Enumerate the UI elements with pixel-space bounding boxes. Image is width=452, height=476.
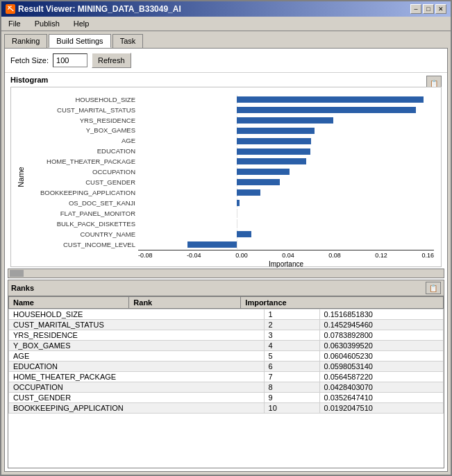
title-bar-left: ⛏ Result Viewer: MINING_DATA_B33049_AI: [6, 4, 181, 14]
bar-label-10: OS_DOC_SET_KANJI: [31, 200, 135, 207]
ranks-importance-1: 0.1452945460: [319, 320, 443, 330]
bar-row-2: [138, 116, 434, 125]
bar-label-4: AGE: [31, 137, 135, 144]
bar-row-3: [138, 126, 434, 135]
table-row: HOUSEHOLD_SIZE10.1516851830: [9, 309, 444, 320]
bar-row-0: [138, 95, 434, 104]
bar-row-4: [138, 137, 434, 146]
bar-row-5: [138, 147, 434, 156]
ranks-data-table: HOUSEHOLD_SIZE10.1516851830CUST_MARITAL_…: [8, 309, 444, 414]
bar-6: [237, 158, 306, 164]
bar-row-7: [138, 167, 434, 176]
menu-bar: File Publish Help: [1, 17, 451, 31]
window-title: Result Viewer: MINING_DATA_B33049_AI: [18, 4, 181, 14]
table-row: OCCUPATION80.0428403070: [9, 382, 444, 393]
bar-label-3: Y_BOX_GAMES: [31, 127, 135, 134]
ranks-name-4: AGE: [9, 351, 265, 362]
refresh-button[interactable]: Refresh: [92, 53, 131, 68]
bar-row-14: [138, 240, 434, 249]
ranks-label: Ranks: [11, 284, 34, 292]
x-axis-labels: -0.08 -0.04 0.00 0.04 0.08 0.12 0.16: [138, 250, 434, 260]
ranks-importance-3: 0.0630399520: [319, 341, 443, 351]
menu-help[interactable]: Help: [69, 18, 94, 29]
bar-13: [237, 231, 251, 237]
ranks-name-8: CUST_GENDER: [9, 393, 265, 403]
ranks-rank-9: 10: [264, 403, 319, 414]
ranks-table-header-row: Name Rank Importance: [9, 297, 444, 309]
ranks-rank-5: 6: [264, 362, 319, 372]
tab-task[interactable]: Task: [112, 34, 144, 48]
ranks-name-5: EDUCATION: [9, 362, 265, 372]
bar-3: [237, 128, 315, 134]
horizontal-scrollbar[interactable]: [8, 269, 444, 278]
fetch-bar: Fetch Size: Refresh: [5, 49, 447, 73]
minimize-button[interactable]: –: [410, 4, 421, 14]
bar-row-12: [138, 219, 434, 228]
close-button[interactable]: ✕: [435, 4, 446, 14]
bar-5: [237, 148, 310, 155]
tabs-bar: Ranking Build Settings Task: [1, 31, 451, 48]
bar-row-10: [138, 198, 434, 207]
bar-label-6: HOME_THEATER_PACKAGE: [31, 158, 135, 165]
ranks-importance-4: 0.0604605230: [319, 351, 443, 362]
table-row: EDUCATION60.0598053140: [9, 362, 444, 372]
menu-file[interactable]: File: [4, 18, 25, 29]
ranks-importance-8: 0.0352647410: [319, 393, 443, 403]
ranks-importance-7: 0.0428403070: [319, 382, 443, 393]
zero-line: [237, 209, 237, 218]
app-icon: ⛏: [6, 4, 15, 14]
bar-label-5: EDUCATION: [31, 148, 135, 155]
bar-7: [237, 169, 290, 175]
fetch-size-input[interactable]: [53, 53, 87, 67]
bar-2: [237, 117, 333, 124]
bar-label-1: CUST_MARITAL_STATUS: [31, 107, 135, 114]
col-header-importance: Importance: [241, 297, 444, 309]
bar-label-0: HOUSEHOLD_SIZE: [31, 96, 135, 103]
table-scroll-container[interactable]: HOUSEHOLD_SIZE10.1516851830CUST_MARITAL_…: [8, 309, 444, 468]
y-axis-label-container: Name: [11, 87, 31, 266]
content-area: Fetch Size: Refresh Histogram 📋 Name HOU…: [4, 48, 448, 472]
bar-row-6: [138, 157, 434, 166]
title-bar: ⛏ Result Viewer: MINING_DATA_B33049_AI –…: [1, 1, 451, 17]
table-row: Y_BOX_GAMES40.0630399520: [9, 341, 444, 351]
bar-9: [237, 189, 260, 196]
x-label-3: 0.04: [282, 252, 294, 259]
main-window: ⛏ Result Viewer: MINING_DATA_B33049_AI –…: [0, 0, 452, 476]
ranks-table-wrapper: Name Rank Importance HOUSEHOLD_SIZE10.15…: [8, 296, 444, 468]
bar-label-13: COUNTRY_NAME: [31, 231, 135, 238]
ranks-section: Ranks 📋 Name Rank Importance: [8, 280, 444, 468]
ranks-table: Name Rank Importance: [8, 296, 444, 309]
x-label-1: -0.04: [187, 252, 201, 259]
bar-row-13: [138, 230, 434, 239]
ranks-name-7: OCCUPATION: [9, 382, 265, 393]
zero-line: [237, 240, 237, 249]
ranks-rank-3: 4: [264, 341, 319, 351]
bar-0: [237, 96, 424, 103]
x-label-0: -0.08: [138, 252, 153, 259]
bar-label-11: FLAT_PANEL_MONITOR: [31, 210, 135, 217]
ranks-rank-0: 1: [264, 309, 319, 320]
ranks-importance-2: 0.0783892800: [319, 330, 443, 341]
window-controls: – □ ✕: [410, 4, 446, 14]
bar-label-2: YRS_RESIDENCE: [31, 117, 135, 124]
bar-1: [237, 107, 416, 113]
bar-8: [237, 179, 280, 185]
menu-publish[interactable]: Publish: [31, 18, 64, 29]
ranks-export-button[interactable]: 📋: [426, 282, 441, 294]
ranks-rank-6: 7: [264, 372, 319, 382]
y-axis-label: Name: [17, 167, 25, 187]
scrollbar-thumb[interactable]: [10, 270, 24, 277]
col-header-rank: Rank: [129, 297, 241, 309]
ranks-importance-5: 0.0598053140: [319, 362, 443, 372]
bar-14: [187, 241, 237, 248]
ranks-importance-6: 0.0564587220: [319, 372, 443, 382]
maximize-button[interactable]: □: [423, 4, 434, 14]
table-row: YRS_RESIDENCE30.0783892800: [9, 330, 444, 341]
table-row: BOOKKEEPING_APPLICATION100.0192047510: [9, 403, 444, 414]
ranks-name-2: YRS_RESIDENCE: [9, 330, 265, 341]
bar-row-1: [138, 105, 434, 114]
table-row: CUST_MARITAL_STATUS20.1452945460: [9, 320, 444, 330]
tab-ranking[interactable]: Ranking: [4, 34, 47, 48]
tab-build-settings[interactable]: Build Settings: [49, 34, 110, 48]
bar-row-9: [138, 188, 434, 197]
